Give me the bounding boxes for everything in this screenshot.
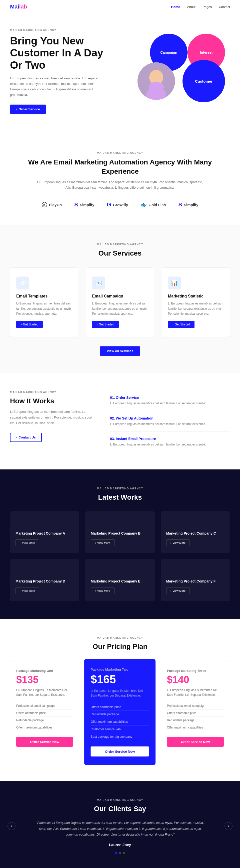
price-cta-3[interactable]: Order Service Now	[167, 737, 224, 747]
work-card-6: Marketing Project Company F › View More	[161, 559, 230, 601]
feature-3-1: Professional email campaign	[167, 702, 224, 710]
how-step-1-num: 01. Order Service	[110, 396, 230, 400]
navbar: Mailab Home About Pages Contact	[0, 0, 240, 13]
service-desc-3: Li European linguas es membres del sam f…	[168, 301, 224, 316]
nav-home[interactable]: Home	[171, 5, 180, 9]
price-value-1: $135	[16, 674, 73, 685]
how-title: How It Works	[10, 397, 95, 405]
agency-title: We Are Email Marketing Automation Agency…	[10, 158, 230, 176]
work-arrow-4: ›	[20, 589, 21, 592]
work-cta-4[interactable]: › View More	[16, 587, 39, 594]
price-subtitle-1: Li European Linguas Es Membres Del Sam F…	[16, 688, 73, 697]
next-testimonial-button[interactable]: ›	[224, 822, 233, 830]
work-card-4: Marketing Project Company D › View More	[10, 559, 79, 601]
service-desc-1: Li European linguas es membres del sam f…	[16, 301, 72, 316]
price-subtitle-2: Li European Linguas Es Membres Del Sam F…	[91, 688, 149, 698]
feature-2-1: Offers affordable price	[91, 703, 149, 711]
prev-testimonial-button[interactable]: ‹	[7, 822, 16, 830]
price-card-2: Package Marketing Two $165 Li European L…	[84, 659, 156, 765]
price-name-3: Package Marketing Three	[167, 669, 224, 673]
feature-1-1: Professional email campaign	[16, 702, 73, 710]
nav-pages[interactable]: Pages	[203, 5, 212, 9]
arrow-icon-3: ›	[172, 323, 174, 326]
service-cta-2[interactable]: › Get Started	[92, 321, 118, 328]
work-title-6: Marketing Project Company F	[166, 579, 224, 583]
feature-1-4: Offer maximum capabilities	[16, 724, 73, 731]
how-step-1-desc: Li European linguas es membres del sam f…	[110, 401, 230, 406]
service-title-3: Marketing Statistic	[168, 294, 224, 299]
price-value-2: $165	[91, 673, 149, 686]
clients-tag: MAILAB MARKETING AGENCY	[10, 798, 230, 801]
nav-logo[interactable]: Mailab	[10, 3, 27, 10]
hero-cta-button[interactable]: › Order Service	[10, 104, 46, 114]
goldfish-icon: 🐟	[140, 202, 147, 208]
price-cta-2[interactable]: Order Service Now	[91, 746, 149, 756]
feature-2-5: Best package for big company	[91, 733, 149, 741]
service-cta-1[interactable]: › Get Started	[16, 321, 43, 328]
pricing-tag: MAILAB MARKETING AGENCY	[10, 636, 230, 639]
works-tag: MAILAB MARKETING AGENCY	[10, 487, 230, 490]
svg-rect-4	[149, 82, 164, 92]
agency-section: MAILAB MARKETING AGENCY We Are Email Mar…	[0, 134, 240, 225]
hero-tag: MAILAB MARKETING AGENCY	[10, 28, 115, 31]
pricing-title: Our Pricing Plan	[10, 643, 230, 651]
nav-about[interactable]: About	[187, 5, 195, 9]
contact-arrow-icon: ›	[16, 435, 17, 439]
nav-contact[interactable]: Contact	[219, 5, 230, 9]
work-card-5: Marketing Project Company E › View More	[85, 559, 155, 601]
services-section: MAILAB MARKETING AGENCY Our Services ✉️ …	[0, 225, 240, 373]
hero-section: MAILAB MARKETING AGENCY Bring You New Cu…	[0, 13, 240, 134]
work-cta-1[interactable]: › View More	[16, 539, 39, 546]
services-grid: ✉️ Email Templates Li European linguas e…	[10, 267, 230, 337]
nav-links: Home About Pages Contact	[171, 5, 230, 9]
arrow-icon-2: ›	[97, 323, 98, 326]
work-card-1: Marketing Project Company A › View More	[10, 512, 79, 553]
logo-goldfish: 🐟 Gold Fish	[140, 202, 166, 208]
feature-3-3: Refundable package	[167, 717, 224, 724]
work-arrow-3: ›	[170, 541, 171, 544]
work-arrow-1: ›	[20, 541, 21, 544]
service-icon-1: ✉️	[16, 277, 29, 289]
testimonial-text: "Fantastic! Li European linguas es membr…	[32, 820, 208, 837]
hero-cta-label: Order Service	[19, 107, 40, 111]
how-cta-button[interactable]: › Contact Us	[10, 433, 42, 442]
works-title: Latest Works	[10, 493, 230, 501]
dot-2[interactable]	[119, 852, 121, 854]
work-title-5: Marketing Project Company E	[91, 579, 149, 583]
feature-2-2: Refundable package	[91, 711, 149, 718]
playon-icon: ▶	[42, 202, 47, 207]
logo-growtify: G Growtify	[107, 202, 128, 208]
service-cta-3[interactable]: › Get Started	[168, 321, 194, 328]
how-step-3-num: 03. Instant Email Procedure	[110, 437, 230, 441]
logo-playon: ▶ PlayOn	[42, 202, 62, 207]
pricing-grid: Package Marketing One $135 Li European L…	[10, 661, 230, 764]
works-section: MAILAB MARKETING AGENCY Latest Works Mar…	[0, 469, 240, 619]
services-title: Our Services	[10, 249, 230, 257]
work-cta-2[interactable]: › View More	[91, 539, 114, 546]
hero-visual: Campaign Interest Customer	[135, 34, 230, 108]
work-cta-3[interactable]: › View More	[166, 539, 190, 546]
dot-3[interactable]	[123, 852, 125, 854]
simplify2-icon: S	[178, 202, 182, 208]
price-cta-1[interactable]: Order Service Now	[16, 737, 73, 747]
view-all-services-button[interactable]: View All Services	[100, 346, 140, 355]
work-title-3: Marketing Project Company C	[166, 531, 224, 535]
price-features-2: Offers affordable price Refundable packa…	[91, 703, 149, 740]
services-tag: MAILAB MARKETING AGENCY	[10, 243, 230, 246]
service-desc-2: Li European linguas es membres del sam f…	[92, 301, 148, 316]
how-step-2-num: 02. We Set Up Automation	[110, 416, 230, 420]
work-cta-6[interactable]: › View More	[166, 587, 190, 594]
work-card-2: Marketing Project Company B › View More	[85, 512, 155, 553]
hero-title: Bring You New Customer In A Day Or Two	[10, 35, 115, 71]
testimonial-author: Lauren Joey	[10, 842, 230, 847]
price-subtitle-3: Li European Linguas Es Membres Del Sam F…	[167, 688, 224, 697]
hero-desc: Li European linguas es membres del sam f…	[10, 75, 100, 98]
work-cta-5[interactable]: › View More	[91, 587, 114, 594]
dot-1[interactable]	[115, 852, 117, 854]
work-arrow-6: ›	[170, 589, 171, 592]
how-right: 01. Order Service Li European linguas es…	[110, 391, 230, 452]
work-title-1: Marketing Project Company A	[16, 531, 74, 535]
logo-simplify-2: S Simplify	[178, 202, 198, 208]
svg-point-3	[151, 71, 162, 83]
service-card-1: ✉️ Email Templates Li European linguas e…	[10, 267, 78, 337]
